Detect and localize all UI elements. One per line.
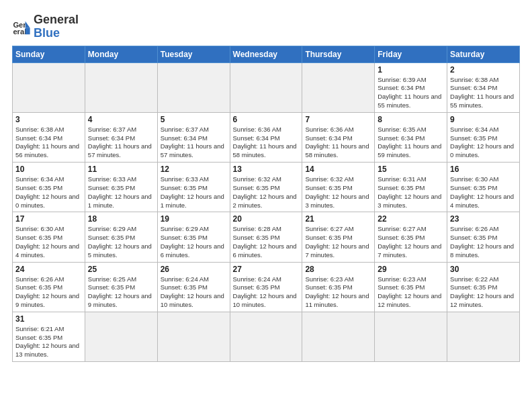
day-number: 7 (305, 115, 371, 124)
calendar-cell-4-4: 20Sunrise: 6:28 AM Sunset: 6:35 PM Dayli… (230, 212, 302, 262)
calendar-cell-3-6: 15Sunrise: 6:31 AM Sunset: 6:35 PM Dayli… (375, 163, 447, 212)
day-number: 17 (15, 214, 82, 224)
day-info: Sunrise: 6:33 AM Sunset: 6:35 PM Dayligh… (88, 175, 154, 210)
day-info: Sunrise: 6:28 AM Sunset: 6:35 PM Dayligh… (233, 225, 300, 259)
day-number: 12 (161, 165, 227, 174)
calendar-cell-1-6: 1Sunrise: 6:39 AM Sunset: 6:34 PM Daylig… (375, 62, 447, 112)
day-number: 2 (450, 65, 517, 75)
calendar-cell-6-6 (375, 312, 447, 361)
day-number: 21 (305, 214, 371, 224)
calendar-cell-2-4: 6Sunrise: 6:36 AM Sunset: 6:34 PM Daylig… (230, 112, 302, 162)
day-number: 18 (88, 214, 154, 224)
calendar-cell-4-2: 18Sunrise: 6:29 AM Sunset: 6:35 PM Dayli… (85, 212, 157, 262)
calendar-cell-5-3: 26Sunrise: 6:24 AM Sunset: 6:35 PM Dayli… (157, 262, 230, 312)
day-number: 22 (378, 214, 444, 224)
day-number: 3 (15, 115, 82, 124)
week-row-2: 3Sunrise: 6:38 AM Sunset: 6:34 PM Daylig… (13, 112, 520, 162)
calendar-cell-5-1: 24Sunrise: 6:26 AM Sunset: 6:35 PM Dayli… (13, 262, 85, 312)
day-info: Sunrise: 6:27 AM Sunset: 6:35 PM Dayligh… (378, 225, 444, 259)
day-info: Sunrise: 6:39 AM Sunset: 6:34 PM Dayligh… (378, 76, 444, 110)
day-info: Sunrise: 6:24 AM Sunset: 6:35 PM Dayligh… (233, 275, 300, 310)
day-info: Sunrise: 6:22 AM Sunset: 6:35 PM Dayligh… (450, 275, 517, 310)
calendar-cell-2-5: 7Sunrise: 6:36 AM Sunset: 6:34 PM Daylig… (302, 112, 375, 162)
day-number: 14 (305, 165, 371, 174)
week-row-6: 31Sunrise: 6:21 AM Sunset: 6:35 PM Dayli… (13, 312, 520, 361)
day-info: Sunrise: 6:37 AM Sunset: 6:34 PM Dayligh… (161, 126, 227, 160)
day-number: 8 (378, 115, 444, 124)
day-info: Sunrise: 6:23 AM Sunset: 6:35 PM Dayligh… (305, 275, 371, 310)
weekday-header-thursday: Thursday (302, 46, 375, 62)
day-number: 16 (450, 165, 517, 174)
weekday-header-row: SundayMondayTuesdayWednesdayThursdayFrid… (13, 46, 520, 62)
day-number: 30 (450, 265, 517, 274)
day-number: 9 (450, 115, 517, 124)
day-number: 6 (233, 115, 300, 124)
calendar-cell-2-1: 3Sunrise: 6:38 AM Sunset: 6:34 PM Daylig… (13, 112, 85, 162)
day-info: Sunrise: 6:30 AM Sunset: 6:35 PM Dayligh… (450, 175, 517, 210)
svg-marker-3 (26, 28, 30, 34)
calendar-cell-1-4 (230, 62, 302, 112)
day-number: 27 (233, 265, 300, 274)
day-number: 5 (161, 115, 227, 124)
day-number: 11 (88, 165, 154, 174)
calendar-cell-1-5 (302, 62, 375, 112)
day-info: Sunrise: 6:27 AM Sunset: 6:35 PM Dayligh… (305, 225, 371, 259)
calendar-cell-3-3: 12Sunrise: 6:33 AM Sunset: 6:35 PM Dayli… (157, 163, 230, 212)
calendar-cell-1-1 (13, 62, 85, 112)
calendar-cell-4-7: 23Sunrise: 6:26 AM Sunset: 6:35 PM Dayli… (447, 212, 520, 262)
calendar-cell-5-6: 29Sunrise: 6:23 AM Sunset: 6:35 PM Dayli… (375, 262, 447, 312)
calendar-cell-6-3 (157, 312, 230, 361)
day-number: 24 (15, 265, 82, 274)
day-info: Sunrise: 6:24 AM Sunset: 6:35 PM Dayligh… (161, 275, 227, 310)
weekday-header-friday: Friday (375, 46, 447, 62)
calendar-cell-5-7: 30Sunrise: 6:22 AM Sunset: 6:35 PM Dayli… (447, 262, 520, 312)
logo: Gen eral GeneralBlue (12, 13, 79, 40)
week-row-5: 24Sunrise: 6:26 AM Sunset: 6:35 PM Dayli… (13, 262, 520, 312)
day-info: Sunrise: 6:21 AM Sunset: 6:35 PM Dayligh… (15, 325, 82, 359)
day-info: Sunrise: 6:35 AM Sunset: 6:34 PM Dayligh… (378, 126, 444, 160)
day-info: Sunrise: 6:34 AM Sunset: 6:35 PM Dayligh… (15, 175, 82, 210)
calendar-cell-4-5: 21Sunrise: 6:27 AM Sunset: 6:35 PM Dayli… (302, 212, 375, 262)
calendar-cell-5-5: 28Sunrise: 6:23 AM Sunset: 6:35 PM Dayli… (302, 262, 375, 312)
day-info: Sunrise: 6:32 AM Sunset: 6:35 PM Dayligh… (305, 175, 371, 210)
calendar-cell-5-2: 25Sunrise: 6:25 AM Sunset: 6:35 PM Dayli… (85, 262, 157, 312)
calendar-cell-5-4: 27Sunrise: 6:24 AM Sunset: 6:35 PM Dayli… (230, 262, 302, 312)
calendar-cell-2-7: 9Sunrise: 6:34 AM Sunset: 6:35 PM Daylig… (447, 112, 520, 162)
weekday-header-saturday: Saturday (447, 46, 520, 62)
day-info: Sunrise: 6:37 AM Sunset: 6:34 PM Dayligh… (88, 126, 154, 160)
logo-icon: Gen eral (12, 17, 31, 36)
calendar-cell-3-7: 16Sunrise: 6:30 AM Sunset: 6:35 PM Dayli… (447, 163, 520, 212)
day-info: Sunrise: 6:38 AM Sunset: 6:34 PM Dayligh… (450, 76, 517, 110)
day-number: 19 (161, 214, 227, 224)
day-number: 1 (378, 65, 444, 75)
calendar-cell-4-1: 17Sunrise: 6:30 AM Sunset: 6:35 PM Dayli… (13, 212, 85, 262)
day-info: Sunrise: 6:34 AM Sunset: 6:35 PM Dayligh… (450, 126, 517, 160)
calendar-cell-4-6: 22Sunrise: 6:27 AM Sunset: 6:35 PM Dayli… (375, 212, 447, 262)
calendar-cell-3-4: 13Sunrise: 6:32 AM Sunset: 6:35 PM Dayli… (230, 163, 302, 212)
day-number: 15 (378, 165, 444, 174)
day-info: Sunrise: 6:29 AM Sunset: 6:35 PM Dayligh… (88, 225, 154, 259)
calendar-cell-6-4 (230, 312, 302, 361)
day-info: Sunrise: 6:32 AM Sunset: 6:35 PM Dayligh… (233, 175, 300, 210)
calendar-cell-2-3: 5Sunrise: 6:37 AM Sunset: 6:34 PM Daylig… (157, 112, 230, 162)
weekday-header-monday: Monday (85, 46, 157, 62)
calendar-cell-3-5: 14Sunrise: 6:32 AM Sunset: 6:35 PM Dayli… (302, 163, 375, 212)
day-info: Sunrise: 6:38 AM Sunset: 6:34 PM Dayligh… (15, 126, 82, 160)
calendar: SundayMondayTuesdayWednesdayThursdayFrid… (12, 46, 520, 363)
weekday-header-tuesday: Tuesday (157, 46, 230, 62)
day-number: 23 (450, 214, 517, 224)
day-number: 10 (15, 165, 82, 174)
weekday-header-sunday: Sunday (13, 46, 85, 62)
day-number: 25 (88, 265, 154, 274)
calendar-cell-1-3 (157, 62, 230, 112)
calendar-cell-6-5 (302, 312, 375, 361)
calendar-cell-6-1: 31Sunrise: 6:21 AM Sunset: 6:35 PM Dayli… (13, 312, 85, 361)
calendar-cell-6-2 (85, 312, 157, 361)
weekday-header-wednesday: Wednesday (230, 46, 302, 62)
day-number: 28 (305, 265, 371, 274)
day-info: Sunrise: 6:33 AM Sunset: 6:35 PM Dayligh… (161, 175, 227, 210)
calendar-cell-2-6: 8Sunrise: 6:35 AM Sunset: 6:34 PM Daylig… (375, 112, 447, 162)
day-number: 20 (233, 214, 300, 224)
calendar-cell-3-1: 10Sunrise: 6:34 AM Sunset: 6:35 PM Dayli… (13, 163, 85, 212)
calendar-cell-4-3: 19Sunrise: 6:29 AM Sunset: 6:35 PM Dayli… (157, 212, 230, 262)
